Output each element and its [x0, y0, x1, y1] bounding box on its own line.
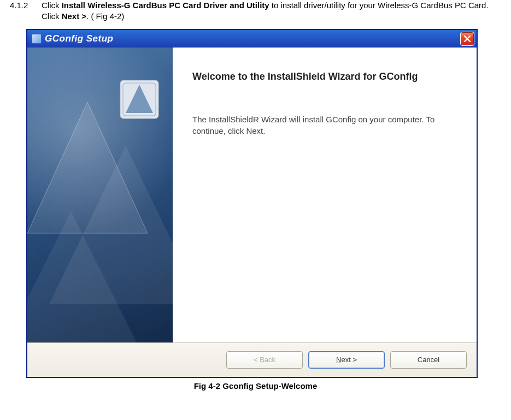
step-number: 4.1.2	[10, 0, 42, 22]
text-post: . ( Fig 4-2)	[86, 11, 124, 21]
wizard-heading: Welcome to the InstallShield Wizard for …	[192, 70, 457, 83]
instruction-block: 4.1.2 Click Install Wireless-G CardBus P…	[10, 0, 489, 22]
next-access-key: N	[336, 356, 341, 364]
text-bold-1: Install Wireless-G CardBus PC Card Drive…	[62, 1, 269, 10]
window-title: GConfig Setup	[45, 33, 113, 44]
cancel-label: Cancel	[418, 356, 439, 364]
cancel-button[interactable]: Cancel	[390, 351, 467, 369]
back-button: < Back	[226, 351, 303, 369]
close-button[interactable]	[460, 32, 474, 46]
text-bold-2: Next >	[62, 11, 86, 21]
app-icon	[32, 34, 42, 44]
step-text: Click Install Wireless-G CardBus PC Card…	[42, 0, 489, 22]
close-icon	[463, 35, 471, 43]
wizard-body-text: The InstallShieldR Wizard will install G…	[192, 114, 457, 137]
figure-caption: Fig 4-2 Gconfig Setup-Welcome	[0, 381, 511, 391]
title-bar[interactable]: GConfig Setup	[27, 30, 477, 48]
installer-window: GConfig Setup	[26, 29, 478, 378]
wizard-side-graphic	[27, 48, 173, 342]
back-access-key: B	[260, 356, 265, 364]
wizard-content: Welcome to the InstallShield Wizard for …	[173, 48, 477, 342]
next-button[interactable]: Next >	[308, 351, 385, 369]
text-pre: Click	[42, 1, 62, 10]
wizard-button-bar: < Back Next > Cancel	[27, 342, 477, 377]
